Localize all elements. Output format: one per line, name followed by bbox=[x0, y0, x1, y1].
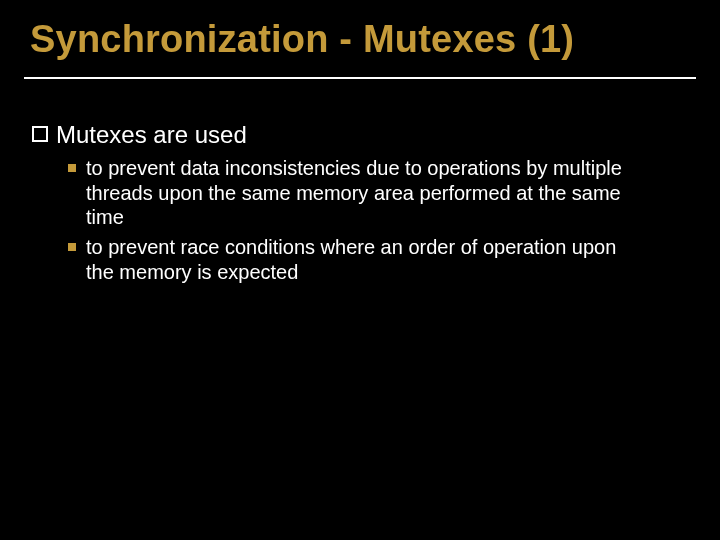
hollow-square-icon bbox=[32, 126, 48, 142]
filled-square-icon bbox=[68, 164, 76, 172]
slide: Synchronization - Mutexes (1) Mutexes ar… bbox=[0, 0, 720, 540]
sub-bullet-list: to prevent data inconsistencies due to o… bbox=[68, 156, 688, 284]
list-item: to prevent data inconsistencies due to o… bbox=[68, 156, 688, 229]
sub-bullet-text: to prevent race conditions where an orde… bbox=[86, 235, 646, 284]
slide-body: Mutexes are used to prevent data inconsi… bbox=[24, 79, 696, 285]
filled-square-icon bbox=[68, 243, 76, 251]
bullet-level1: Mutexes are used bbox=[32, 121, 688, 149]
title-wrap: Synchronization - Mutexes (1) bbox=[24, 18, 696, 65]
slide-title: Synchronization - Mutexes (1) bbox=[30, 18, 690, 61]
sub-bullet-text: to prevent data inconsistencies due to o… bbox=[86, 156, 646, 229]
bullet-level1-text: Mutexes are used bbox=[56, 121, 247, 149]
list-item: to prevent race conditions where an orde… bbox=[68, 235, 688, 284]
